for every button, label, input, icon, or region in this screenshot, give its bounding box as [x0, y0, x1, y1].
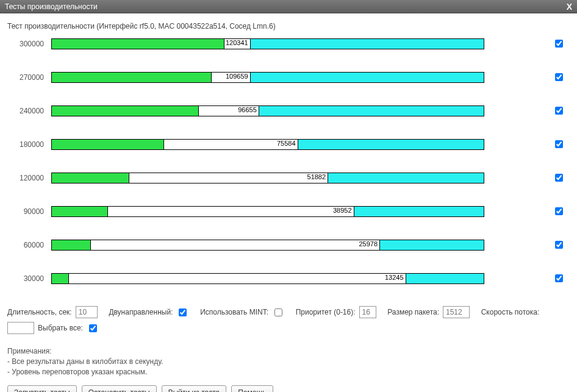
stop-button[interactable]: Остановить тесты [82, 385, 157, 392]
bar-gap: 109659 [212, 73, 251, 82]
bar-gap: 96655 [199, 106, 259, 116]
result-row: 300000120737120341 [7, 38, 570, 49]
results-list: 3000001207371203412700001104631096592400… [7, 38, 570, 284]
cyan-value: 120341 [226, 39, 248, 46]
bar: 120737120341 [51, 38, 484, 49]
help-button[interactable]: Помощь [231, 385, 273, 392]
bar-cyan [328, 173, 484, 183]
bar: 2727025978 [51, 240, 484, 251]
bar-green: 110463 [52, 73, 212, 82]
mint-checkbox[interactable] [274, 308, 282, 316]
bidir-checkbox[interactable] [179, 308, 187, 316]
bar: 5414051882 [51, 173, 484, 184]
selectall-label: Выбрать все: [38, 324, 83, 332]
bar-green: 40541 [52, 207, 108, 216]
row-checkbox[interactable] [555, 174, 563, 182]
row-label: 270000 [7, 73, 44, 82]
rate-input[interactable] [7, 322, 34, 334]
button-row: Запустить тесты Остановить тесты Выйти и… [7, 385, 570, 392]
bidir-label: Двунаправленный: [109, 308, 173, 316]
selectall-checkbox[interactable] [89, 324, 97, 332]
notes: Примечания: - Все результаты даны в кило… [7, 346, 570, 377]
titlebar-title: Тесты производительности [5, 0, 98, 13]
cyan-value: 75584 [277, 140, 296, 147]
bar-gap: 120341 [224, 39, 250, 49]
notes-line1: - Все результаты даны в килобитах в секу… [7, 357, 570, 367]
duration-input[interactable] [76, 306, 98, 318]
row-checkbox[interactable] [555, 107, 563, 115]
cyan-value: 38952 [333, 207, 352, 214]
bar: 7743275584 [51, 139, 484, 150]
row-label: 240000 [7, 107, 44, 115]
perf-test-dialog: Тесты производительности X Тест производ… [0, 0, 577, 392]
result-row: 300001369113245 [7, 273, 570, 284]
cyan-value: 25978 [359, 240, 378, 248]
bar-cyan [380, 240, 484, 250]
bar-gap: 75584 [164, 140, 298, 149]
bar-green: 100190 [52, 106, 199, 116]
bar-cyan [354, 207, 484, 216]
row-checkbox[interactable] [555, 241, 563, 249]
row-checkbox[interactable] [555, 40, 563, 48]
packet-label: Размер пакета: [387, 308, 439, 316]
priority-input[interactable] [359, 306, 376, 318]
row-checkbox[interactable] [555, 140, 563, 148]
result-row: 24000010019096655 [7, 105, 570, 116]
cyan-value: 96655 [238, 106, 257, 113]
bar-green: 120737 [52, 39, 224, 49]
bar-cyan [251, 73, 484, 82]
result-row: 1200005414051882 [7, 172, 570, 184]
cyan-value: 109659 [226, 73, 248, 80]
bar-green: 77432 [52, 140, 164, 149]
result-row: 900004054138952 [7, 205, 570, 217]
duration-label: Длительность, сек: [7, 308, 72, 316]
bar: 4054138952 [51, 206, 484, 217]
result-row: 600002727025978 [7, 239, 570, 251]
rate-label: Скорость потока: [481, 308, 540, 316]
run-button[interactable]: Запустить тесты [7, 385, 77, 392]
row-label: 300000 [7, 40, 44, 48]
row-label: 180000 [7, 140, 44, 149]
bar-cyan [406, 274, 484, 283]
row-label: 90000 [7, 207, 44, 216]
bar-green: 54140 [52, 173, 129, 183]
bar-gap: 13245 [69, 274, 406, 283]
row-checkbox[interactable] [555, 73, 563, 81]
bar-cyan [298, 140, 484, 149]
controls-row: Длительность, сек: Двунаправленный: Испо… [7, 306, 570, 334]
priority-label: Приоритет (0-16): [296, 308, 356, 316]
result-row: 270000110463109659 [7, 71, 570, 83]
packet-input[interactable] [443, 306, 470, 318]
bar-gap: 51882 [129, 173, 328, 183]
row-checkbox[interactable] [555, 207, 563, 215]
bar-gap: 38952 [108, 207, 354, 216]
subtitle: Тест производительности (Интерфейс rf5.0… [7, 22, 570, 30]
cyan-value: 13245 [385, 274, 404, 281]
cyan-value: 51882 [307, 173, 326, 180]
bar-green: 27270 [52, 240, 91, 250]
notes-line2: - Уровень переповторов указан красным. [7, 367, 570, 377]
bar-gap: 25978 [91, 240, 380, 250]
bar: 110463109659 [51, 72, 484, 83]
exit-button[interactable]: Выйти из теста [162, 385, 226, 392]
bar: 1369113245 [51, 273, 484, 284]
bar-green: 13691 [52, 274, 69, 283]
bar-cyan [251, 39, 484, 49]
bar: 10019096655 [51, 105, 484, 116]
bar-cyan [259, 106, 484, 116]
row-label: 120000 [7, 174, 44, 182]
result-row: 1800007743275584 [7, 138, 570, 150]
row-checkbox[interactable] [555, 274, 563, 282]
close-icon[interactable]: X [567, 0, 572, 13]
row-label: 60000 [7, 241, 44, 249]
row-label: 30000 [7, 274, 44, 283]
titlebar: Тесты производительности X [0, 0, 577, 13]
notes-heading: Примечания: [7, 346, 570, 357]
mint-label: Использовать MINT: [200, 308, 268, 316]
